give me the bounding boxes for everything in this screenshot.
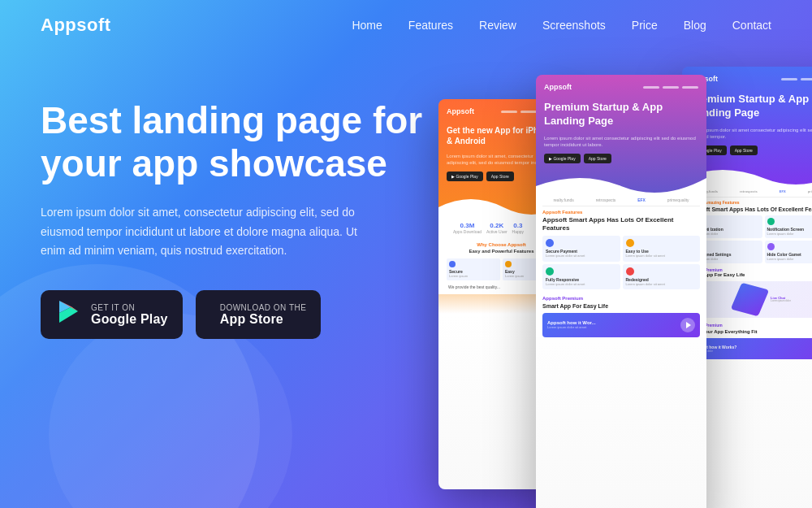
nav-price[interactable]: Price [632,19,658,32]
card3-appstore: App Store [730,145,758,155]
nav-features[interactable]: Features [408,19,453,32]
stat-downloads-label: Apps Download [453,229,482,234]
brand-logo: Appsoft [41,15,111,36]
stat-happy: 0.3 [512,222,524,229]
nav-screenshots[interactable]: Screenshots [542,19,606,32]
stat-happy-label: Happy [512,229,524,234]
card2-section-label: Appsoft Features [542,206,700,216]
nav-review[interactable]: Review [479,19,516,32]
app-store-sublabel: Download on the [220,303,307,312]
card2-section-title: Appsoft Smart Apps Has Lots Of Excellent… [542,216,700,233]
card2-section2-title: Smart App For Easy Life [542,302,700,310]
card3-section3-title: Make Your App Everything Fit [689,329,812,336]
store-buttons: GET IT ON Google Play Download on the Ap… [41,290,430,339]
stat-users-label: Active User [486,229,508,234]
app-store-text: Download on the App Store [220,303,307,327]
card3-section3-label: Appsoft Premium [689,321,812,329]
nav-links: Home Features Review Screenshots Price B… [352,18,771,33]
card2-gplay: ▶ Google Play [544,154,581,163]
card2-nav [643,86,698,89]
card3-section2-title: Smart App For Easy Life [689,272,812,279]
card3-nav [781,78,812,80]
screenshot-card-2: Appsoft Premium Startup & App Landing Pa… [536,75,706,508]
card2-store-btns: ▶ Google Play App Store [536,154,706,170]
hero-section: Best landing page for your app showcase … [0,50,812,508]
hero-title: Best landing page for your app showcase [41,99,430,185]
google-play-text: GET IT ON Google Play [91,303,168,327]
google-play-mainlabel: Google Play [91,312,168,327]
app-store-mainlabel: App Store [220,312,307,327]
card2-title: Premium Startup & App Landing Page [536,96,706,133]
nav-contact[interactable]: Contact [732,19,771,32]
card2-logo: Appsoft [544,83,572,91]
app-store-button[interactable]: Download on the App Store [196,290,322,339]
screenshots-area: Appsoft Get the new App for iPhone & And… [430,75,771,508]
stat-users: 0.2K [486,222,508,229]
google-play-icon [55,298,81,331]
google-play-sublabel: GET IT ON [91,303,168,312]
card3-section-title: Appsoft Smart Apps Has Lots Of Excellent… [689,206,812,213]
nav-home[interactable]: Home [352,19,382,32]
card1-appstore: App Store [486,172,514,181]
card1-gplay: ▶ Google Play [447,172,483,181]
card2-section2-label: Appsoft Premium [542,294,700,302]
navbar: Appsoft Home Features Review Screenshots… [0,0,812,50]
card2-appstore: App Store [584,154,611,163]
nav-blog[interactable]: Blog [684,19,706,32]
hero-description: Lorem ipsum dolor sit amet, consectetur … [41,203,365,261]
card2-subtitle: Lorem ipsum dolor sit amet consectetur a… [536,133,706,154]
google-play-button[interactable]: GET IT ON Google Play [41,290,183,339]
hero-content: Best landing page for your app showcase … [41,75,430,339]
card1-logo: Appsoft [447,107,474,115]
stat-downloads: 0.3M [453,222,482,229]
card3-section-label: Explore Amazing Features [689,198,812,206]
